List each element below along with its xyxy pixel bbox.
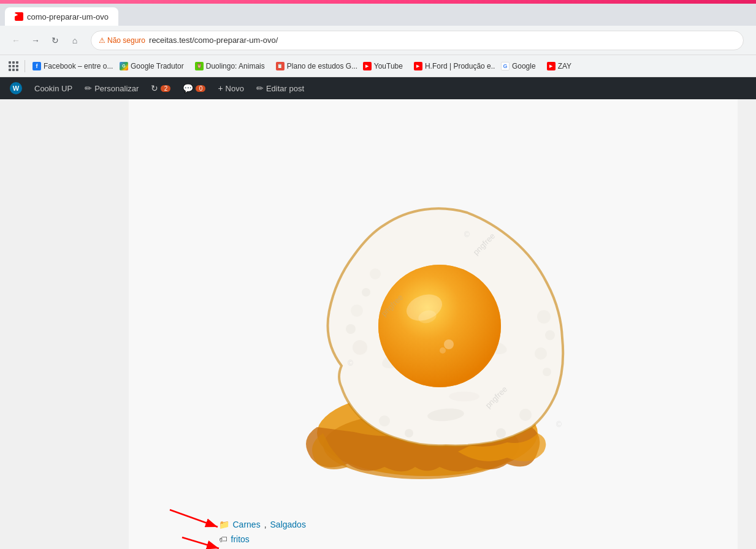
category-link-salgados[interactable]: Salgados <box>270 520 306 529</box>
wp-edit-post[interactable]: ✏ Editar post <box>251 81 309 96</box>
svg-point-4 <box>351 305 363 317</box>
annotation-arrow-2 <box>176 531 225 549</box>
plano-favicon: 📋 <box>276 62 284 70</box>
wp-customize[interactable]: ✏ Personalizar <box>80 81 143 96</box>
updates-icon: ↻ <box>151 83 158 93</box>
bookmark-hford-label: H.Ford | Produção e... <box>425 62 495 70</box>
bookmarks-bar: f Facebook – entre o... G Google Traduto… <box>0 55 756 77</box>
updates-badge: 2 <box>161 85 170 92</box>
wp-comments[interactable]: 💬 0 <box>178 81 210 96</box>
wp-logo-button[interactable]: W <box>5 80 27 97</box>
bookmark-duolingo[interactable]: 🦉 Duolingo: Animais <box>190 61 270 72</box>
annotation-arrow-1 <box>164 504 225 540</box>
bookmark-plano-label: Plano de estudos G... <box>287 62 357 70</box>
wp-logo-label: W <box>13 85 19 92</box>
svg-point-2 <box>353 340 367 355</box>
edit-icon: ✏ <box>256 83 264 93</box>
bookmark-youtube-label: YouTube <box>374 62 403 70</box>
category-separator: , <box>264 520 267 529</box>
svg-point-5 <box>362 288 370 297</box>
tags-row: 🏷 fritos <box>219 534 648 544</box>
tag-link-fritos[interactable]: fritos <box>231 534 250 544</box>
google-favicon: G <box>501 62 510 70</box>
bookmark-youtube[interactable]: ▶ YouTube <box>358 61 408 72</box>
svg-point-14 <box>405 429 413 437</box>
svg-point-10 <box>543 368 551 376</box>
duolingo-favicon: 🦉 <box>195 62 204 70</box>
bookmark-google-translate[interactable]: G Google Tradutor <box>115 61 189 72</box>
google-translate-favicon: G <box>120 62 128 70</box>
new-icon: + <box>218 83 223 93</box>
url-text: receitas.test/como-preparar-um-ovo/ <box>149 36 278 45</box>
main-content: pngfree pngfree pngfree © © © <box>0 99 756 549</box>
sidebar-right <box>738 99 756 549</box>
svg-point-23 <box>444 339 454 349</box>
svg-point-11 <box>519 409 532 421</box>
warning-icon: ⚠ <box>99 36 105 45</box>
svg-point-8 <box>545 330 555 340</box>
customize-label: Personalizar <box>94 84 139 93</box>
svg-text:©: © <box>464 230 470 239</box>
home-button[interactable]: ⌂ <box>66 32 83 49</box>
bookmark-zay[interactable]: ▶ ZAY <box>542 61 576 72</box>
browser-toolbar: ← → ↻ ⌂ ⚠ Não seguro receitas.test/como-… <box>0 26 756 55</box>
bookmark-plano[interactable]: 📋 Plano de estudos G... <box>271 61 357 72</box>
security-warning: ⚠ Não seguro <box>99 36 145 45</box>
bookmark-hford[interactable]: ▶ H.Ford | Produção e... <box>409 61 495 72</box>
security-label: Não seguro <box>107 36 145 45</box>
bookmark-facebook-label: Facebook – entre o... <box>44 62 113 70</box>
wp-logo-icon: W <box>10 82 22 94</box>
svg-point-24 <box>440 347 446 354</box>
sidebar-left <box>0 99 129 549</box>
address-bar[interactable]: ⚠ Não seguro receitas.test/como-preparar… <box>91 31 744 50</box>
content-area: pngfree pngfree pngfree © © © <box>129 99 738 549</box>
active-tab[interactable]: ▶ como-preparar-um-ovo <box>5 7 118 26</box>
bookmark-zay-label: ZAY <box>558 62 571 70</box>
svg-point-13 <box>379 415 390 426</box>
tab-title: como-preparar-um-ovo <box>27 12 109 21</box>
reload-button[interactable]: ↻ <box>47 32 64 49</box>
egg-image-container: pngfree pngfree pngfree © © © <box>219 112 648 510</box>
wp-site-label: Cookin UP <box>34 84 72 93</box>
wp-site-name[interactable]: Cookin UP <box>29 81 77 96</box>
youtube-favicon: ▶ <box>363 62 372 70</box>
svg-point-7 <box>537 310 551 324</box>
apps-grid-icon <box>9 61 18 71</box>
back-button[interactable]: ← <box>7 32 25 49</box>
bookmark-google[interactable]: G Google <box>496 61 541 72</box>
category-icon: 📁 <box>219 520 229 529</box>
svg-point-20 <box>378 265 501 387</box>
bookmarks-divider <box>25 60 25 72</box>
bookmark-google-translate-label: Google Tradutor <box>131 62 184 70</box>
svg-point-6 <box>370 268 381 279</box>
facebook-favicon: f <box>32 62 41 70</box>
svg-point-9 <box>535 347 547 360</box>
post-meta: 📁 Carnes , Salgados 🏷 fritos <box>219 510 648 549</box>
svg-text:©: © <box>556 420 562 429</box>
customize-icon: ✏ <box>85 83 92 93</box>
tab-bar: ▶ como-preparar-um-ovo <box>0 4 756 26</box>
bookmark-duolingo-label: Duolingo: Animais <box>206 62 265 70</box>
svg-line-34 <box>182 537 219 548</box>
category-link-carnes[interactable]: Carnes <box>233 520 261 529</box>
zay-favicon: ▶ <box>547 62 556 70</box>
tab-favicon: ▶ <box>15 12 23 21</box>
wp-admin-bar: W Cookin UP ✏ Personalizar ↻ 2 💬 0 + Nov… <box>0 77 756 99</box>
wp-new[interactable]: + Novo <box>213 81 249 96</box>
forward-button[interactable]: → <box>27 32 44 49</box>
wp-updates[interactable]: ↻ 2 <box>146 81 175 96</box>
hford-favicon: ▶ <box>414 62 422 70</box>
fried-egg-illustration: pngfree pngfree pngfree © © © <box>262 133 605 488</box>
comments-badge: 0 <box>196 85 205 92</box>
tag-icon: 🏷 <box>219 534 227 544</box>
edit-label: Editar post <box>266 84 304 93</box>
comments-icon: 💬 <box>183 83 193 93</box>
svg-text:©: © <box>348 359 353 368</box>
new-label: Novo <box>226 84 244 93</box>
bookmark-google-label: Google <box>512 62 536 70</box>
apps-button[interactable] <box>5 58 22 75</box>
svg-point-3 <box>346 324 356 334</box>
bookmark-facebook[interactable]: f Facebook – entre o... <box>28 61 113 72</box>
svg-point-12 <box>496 428 506 438</box>
svg-point-18 <box>449 392 479 401</box>
